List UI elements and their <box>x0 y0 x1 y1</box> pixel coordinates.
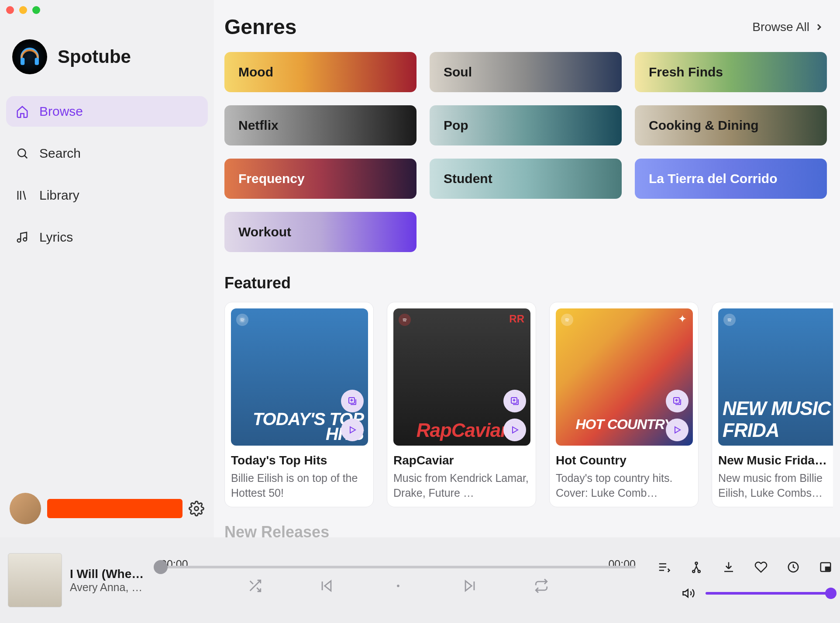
repeat-button[interactable] <box>534 578 549 595</box>
library-icon <box>16 189 29 202</box>
genres-header: Genres Browse All <box>224 15 833 39</box>
volume-row <box>682 587 832 600</box>
svg-point-10 <box>397 585 399 587</box>
svg-point-5 <box>195 507 199 511</box>
progress-slider[interactable] <box>161 566 636 568</box>
sidebar-item-label: Browse <box>39 104 83 119</box>
genre-label: Cooking & Dining <box>649 118 759 133</box>
now-playing[interactable]: I Will (Whe… Avery Anna, … <box>8 553 156 607</box>
sidebar-item-label: Lyrics <box>39 230 73 245</box>
spotify-badge-icon <box>399 314 411 326</box>
genre-tile-fresh-finds[interactable]: Fresh Finds <box>635 52 827 92</box>
svg-rect-0 <box>21 58 24 65</box>
main-content: Genres Browse All Mood Soul Fresh Finds … <box>214 0 840 537</box>
section-title-featured: Featured <box>224 274 833 292</box>
queue-icon[interactable] <box>658 561 671 574</box>
browse-all-label: Browse All <box>752 20 809 34</box>
playlist-art: RR RapCaviar <box>393 308 530 446</box>
svg-point-13 <box>698 571 700 573</box>
playlist-card[interactable]: RR RapCaviar RapCaviar Music from Kendri… <box>387 302 536 507</box>
genre-tile-student[interactable]: Student <box>430 159 622 199</box>
genre-tile-frequency[interactable]: Frequency <box>224 159 417 199</box>
play-button[interactable] <box>666 419 689 441</box>
playlist-description: Today's top country hits. Cover: Luke Co… <box>556 471 692 501</box>
play-button[interactable] <box>341 419 364 441</box>
add-to-library-button[interactable] <box>341 390 364 412</box>
svg-point-12 <box>692 571 695 573</box>
playlist-card[interactable]: ✦ HOT COUNTRY Hot Country Today's top co… <box>549 302 699 507</box>
now-playing-text: I Will (Whe… Avery Anna, … <box>70 567 144 594</box>
user-avatar[interactable] <box>10 493 41 524</box>
genre-tile-soul[interactable]: Soul <box>430 52 622 92</box>
search-icon <box>16 147 29 160</box>
sidebar: Spotube Browse Search Library Lyrics <box>0 0 214 537</box>
alternate-sources-icon[interactable] <box>690 561 703 574</box>
playlist-description: Billie Eilish is on top of the Hottest 5… <box>231 471 367 501</box>
svg-point-4 <box>24 238 27 241</box>
sidebar-item-lyrics[interactable]: Lyrics <box>6 222 208 253</box>
featured-row[interactable]: TODAY'S TOP HITS Today's Top Hits Billie… <box>224 302 833 507</box>
heart-icon[interactable] <box>754 561 768 574</box>
shuffle-button[interactable] <box>248 578 262 595</box>
sidebar-item-browse[interactable]: Browse <box>6 96 208 127</box>
genre-tile-workout[interactable]: Workout <box>224 212 417 252</box>
genre-tile-cooking-dining[interactable]: Cooking & Dining <box>635 105 827 145</box>
mini-player-icon[interactable] <box>819 561 832 574</box>
genre-tile-pop[interactable]: Pop <box>430 105 622 145</box>
window-minimize[interactable] <box>19 6 27 14</box>
genre-label: Workout <box>238 225 291 239</box>
window-close[interactable] <box>6 6 14 14</box>
app-brand: Spotube <box>12 39 208 74</box>
player-right <box>640 561 832 600</box>
sidebar-nav: Browse Search Library Lyrics <box>6 96 208 253</box>
genre-tile-netflix[interactable]: Netflix <box>224 105 417 145</box>
volume-thumb[interactable] <box>825 588 837 599</box>
playlist-description: Music from Kendrick Lamar, Drake, Future… <box>393 471 530 501</box>
genre-label: Student <box>444 171 492 186</box>
app-title: Spotube <box>58 46 131 67</box>
sidebar-item-search[interactable]: Search <box>6 138 208 169</box>
browse-all-link[interactable]: Browse All <box>752 20 824 34</box>
home-icon <box>16 105 29 118</box>
now-playing-artist: Avery Anna, … <box>70 581 144 594</box>
volume-slider[interactable] <box>706 592 832 595</box>
spotify-badge-icon <box>561 314 573 326</box>
genre-label: Netflix <box>238 118 279 133</box>
genre-label: Mood <box>238 65 273 80</box>
sleep-timer-icon[interactable] <box>787 561 800 574</box>
window-traffic-lights[interactable] <box>6 6 40 14</box>
now-playing-title: I Will (Whe… <box>70 567 144 581</box>
star-icon: ✦ <box>678 313 687 325</box>
time-total: 00:00 <box>605 558 636 571</box>
section-title-new-releases: New Releases <box>224 523 833 538</box>
svg-rect-16 <box>826 567 830 571</box>
volume-icon[interactable] <box>682 587 695 600</box>
add-to-library-button[interactable] <box>503 390 526 412</box>
section-title-genres: Genres <box>224 15 296 39</box>
genre-tile-mood[interactable]: Mood <box>224 52 417 92</box>
spotify-badge-icon <box>723 314 736 326</box>
playlist-card[interactable]: NEW MUSIC FRIDA New Music Frida… New mus… <box>712 302 833 507</box>
playlist-art: NEW MUSIC FRIDA <box>718 308 833 446</box>
playlist-art: TODAY'S TOP HITS <box>231 308 368 446</box>
progress-thumb[interactable] <box>154 560 168 574</box>
sidebar-item-library[interactable]: Library <box>6 180 208 211</box>
genre-tile-la-tierra[interactable]: La Tierra del Corrido <box>635 159 827 199</box>
previous-button[interactable] <box>319 578 334 595</box>
playlist-title: RapCaviar <box>393 453 530 467</box>
app-logo-icon <box>12 39 47 74</box>
play-button[interactable] <box>503 419 526 441</box>
playlist-title: Today's Top Hits <box>231 453 367 467</box>
settings-icon[interactable] <box>189 501 204 516</box>
transport-controls <box>248 578 549 595</box>
play-pause-button[interactable] <box>391 578 406 595</box>
download-icon[interactable] <box>722 561 735 574</box>
player-bar: I Will (Whe… Avery Anna, … 00:00 00:00 <box>0 537 840 623</box>
player-center: 00:00 00:00 <box>156 566 640 595</box>
genre-grid: Mood Soul Fresh Finds Netflix Pop Cookin… <box>224 52 833 252</box>
add-to-library-button[interactable] <box>666 390 689 412</box>
window-maximize[interactable] <box>32 6 40 14</box>
next-button[interactable] <box>462 578 477 595</box>
card-actions <box>503 390 526 441</box>
playlist-card[interactable]: TODAY'S TOP HITS Today's Top Hits Billie… <box>224 302 374 507</box>
